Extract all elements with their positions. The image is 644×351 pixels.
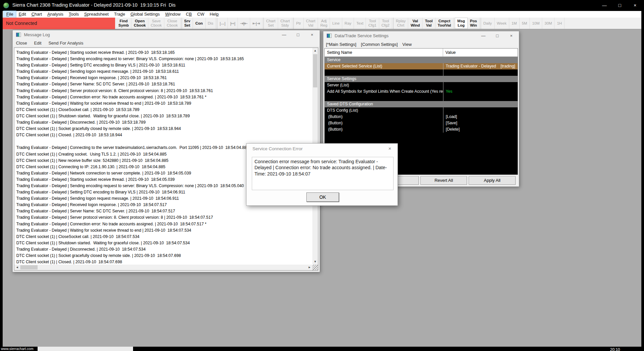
message-log-close-icon[interactable]: × xyxy=(305,30,319,39)
toolbar-period-week-button[interactable]: Week xyxy=(495,18,509,29)
settings-row-dts-config-list[interactable]: DTS Config (List) xyxy=(325,107,518,114)
toolbar-period-10m-button[interactable]: 10M xyxy=(530,18,542,29)
menu-send-for-analysis[interactable]: Send For Analysis xyxy=(49,41,83,46)
toolbar-find-symbol-button[interactable]: FindSymb xyxy=(116,18,131,29)
menu-global-settings[interactable]: Global Settings xyxy=(128,11,162,18)
scroll-left-icon[interactable]: ◄ xyxy=(14,265,20,270)
toolbar-period-daily-button[interactable]: Daily xyxy=(481,18,495,29)
vertical-scroll-thumb[interactable] xyxy=(313,54,317,87)
error-dialog-close-icon[interactable]: × xyxy=(386,146,394,152)
maximize-icon[interactable]: □ xyxy=(612,0,627,11)
toolbar-chart-studies-button[interactable]: ChartStdy xyxy=(278,18,292,29)
toolbar-chart-settings-button[interactable]: ChartSet xyxy=(263,18,278,29)
menu-close[interactable]: Close xyxy=(16,41,27,46)
settings-row-button[interactable]: (Button)[Load] xyxy=(325,114,518,120)
message-log-window-icon xyxy=(16,33,21,37)
resize-grip[interactable] xyxy=(312,265,318,270)
menu-cw[interactable]: CW xyxy=(195,11,207,18)
menu-file[interactable]: File xyxy=(4,11,16,18)
menu-bar-items: FileEditChartAnalysisToolsSpreadsheetTra… xyxy=(4,11,221,18)
toolbar-scale-width-shrink-icon[interactable]: |⇿| xyxy=(228,18,238,29)
setting-name xyxy=(325,69,443,76)
menu-edit[interactable]: Edit xyxy=(16,11,29,18)
settings-maximize-icon[interactable]: □ xyxy=(490,31,504,40)
toolbar-pointer-button[interactable]: Ptr xyxy=(293,18,304,29)
menu-main-settings[interactable]: [*Main Settings] xyxy=(326,42,356,47)
settings-row-add-all-symbols-for-symbol-limits-when-create-account-yes-reco[interactable]: Add All Symbols for Symbol Limits When C… xyxy=(325,88,518,95)
toolbar-message-log-button[interactable]: MsgLog xyxy=(455,18,468,29)
settings-row-server-list[interactable]: Server (List) xyxy=(325,82,518,88)
setting-value xyxy=(443,82,518,88)
menu-help[interactable]: Help xyxy=(207,11,221,18)
toolbar-open-chartbook-button[interactable]: OpenCbook xyxy=(131,18,148,29)
toolbar-connect-button[interactable]: Con xyxy=(193,18,205,29)
error-dialog-title-bar[interactable]: Service Connection Error × xyxy=(246,144,398,154)
close-icon[interactable]: × xyxy=(627,0,643,11)
menu-edit[interactable]: Edit xyxy=(34,41,41,46)
horizontal-scroll-thumb[interactable] xyxy=(20,265,38,270)
toolbar-period-30m-button[interactable]: 30M xyxy=(542,18,555,29)
toolbar-tool-config-1-button[interactable]: ToolCfg1 xyxy=(366,18,379,29)
ok-button[interactable]: OK xyxy=(306,192,339,202)
settings-row-service-settings: Service Settings xyxy=(325,76,518,82)
menu-tools[interactable]: Tools xyxy=(66,11,81,18)
log-line: Trading Evaluator - Delayed | Server Nam… xyxy=(16,81,312,87)
settings-row-button[interactable]: (Button)[Save] xyxy=(325,120,518,126)
revert-all-button[interactable]: Revert All xyxy=(420,176,467,185)
toolbar-period-5m-button[interactable]: 5M xyxy=(520,18,530,29)
taskbar-clock[interactable]: 20:10 xyxy=(610,347,620,351)
setting-value xyxy=(443,69,518,76)
toolbar-ray-tool-button[interactable]: Ray xyxy=(342,18,354,29)
settings-title-bar[interactable]: Data/Trade Service Settings — □ × xyxy=(323,31,519,40)
toolbar-close-chartbook-button[interactable]: CloseCbook xyxy=(164,18,180,29)
toolbar-replay-chart-button[interactable]: RplayChrt xyxy=(393,18,408,29)
toolbar-period-1h-button[interactable]: 1H xyxy=(555,18,564,29)
toolbar-text-tool-button[interactable]: Text xyxy=(354,18,366,29)
toolbar-server-settings-button[interactable]: SrvSet xyxy=(182,18,193,29)
menu-cb[interactable]: CB xyxy=(183,11,195,18)
menu-trade[interactable]: Trade xyxy=(111,11,128,18)
toolbar-line-tool-button[interactable]: Line xyxy=(330,18,342,29)
settings-close-icon[interactable]: × xyxy=(504,31,518,40)
toolbar-tool-values-button[interactable]: ToolVal xyxy=(422,18,435,29)
toolbar-compact-tool-values-button[interactable]: CmpctToolVal xyxy=(435,18,454,29)
menu-view[interactable]: View xyxy=(402,42,412,47)
scroll-right-icon[interactable]: ► xyxy=(307,265,312,270)
menu-spreadsheet[interactable]: Spreadsheet xyxy=(81,11,111,18)
scroll-up-icon[interactable]: ▲ xyxy=(312,48,318,54)
toolbar-period-1m-button[interactable]: 1M xyxy=(509,18,520,29)
message-log-title-bar[interactable]: Message Log — □ × xyxy=(13,30,320,39)
toolbar-chart-values-button[interactable]: ChartVal xyxy=(304,18,318,29)
toolbar-save-chartbook-button[interactable]: SaveCbook xyxy=(148,18,164,29)
menu-window[interactable]: Window xyxy=(162,11,183,18)
log-line: DTC Client socket (1) | Socket gracefull… xyxy=(16,253,312,259)
toolbar-position-window-button[interactable]: PosWin xyxy=(468,18,480,29)
message-log-minimize-icon[interactable]: — xyxy=(277,30,291,39)
settings-row-button[interactable]: (Button)[Delete] xyxy=(325,126,518,133)
toolbar-disconnect-button[interactable]: Dis xyxy=(206,18,216,29)
main-window-title: Sierra Chart 2308 Trading Evaluator - De… xyxy=(12,2,176,8)
main-toolbar: Not Connected FindSymbOpenCbookSaveCbook… xyxy=(3,18,641,29)
menu-analysis[interactable]: Analysis xyxy=(45,11,66,18)
toolbar-adjust-region-button[interactable]: AdjReg xyxy=(318,18,330,29)
log-line: DTC Client socket (1) | Closed. | 2021-0… xyxy=(16,132,312,138)
scroll-down-icon[interactable]: ▼ xyxy=(312,259,318,265)
log-line: DTC Client socket (1) | Shutdown started… xyxy=(16,240,312,246)
settings-minimize-icon[interactable]: — xyxy=(476,31,490,40)
toolbar-scale-compress-icon[interactable]: ⇥|⇤ xyxy=(238,18,250,29)
menu-common-settings[interactable]: [Common Settings] xyxy=(361,42,398,47)
message-log-maximize-icon[interactable]: □ xyxy=(291,30,305,39)
main-title-bar: Sierra Chart 2308 Trading Evaluator - De… xyxy=(0,0,644,11)
apply-all-button[interactable]: Apply All xyxy=(469,176,516,185)
log-line: Trading Evaluator - Delayed | Starting s… xyxy=(16,50,312,56)
minimize-icon[interactable]: — xyxy=(597,0,612,11)
toolbar-scale-width-expand-icon[interactable]: |↔| xyxy=(217,18,228,29)
toolbar-values-window-button[interactable]: ValWind xyxy=(408,18,422,29)
menu-chart[interactable]: Chart xyxy=(29,11,45,18)
horizontal-scrollbar[interactable]: ◄ ► xyxy=(14,265,312,270)
taskbar-app-button[interactable] xyxy=(38,347,133,351)
settings-row-empty xyxy=(325,69,518,76)
toolbar-scale-release-icon[interactable]: ⇤|⇥ xyxy=(250,18,262,29)
toolbar-tool-config-2-button[interactable]: ToolCfg2 xyxy=(379,18,392,29)
settings-row-current-selected-service-list[interactable]: Current Selected Service (List)Trading E… xyxy=(325,63,518,69)
